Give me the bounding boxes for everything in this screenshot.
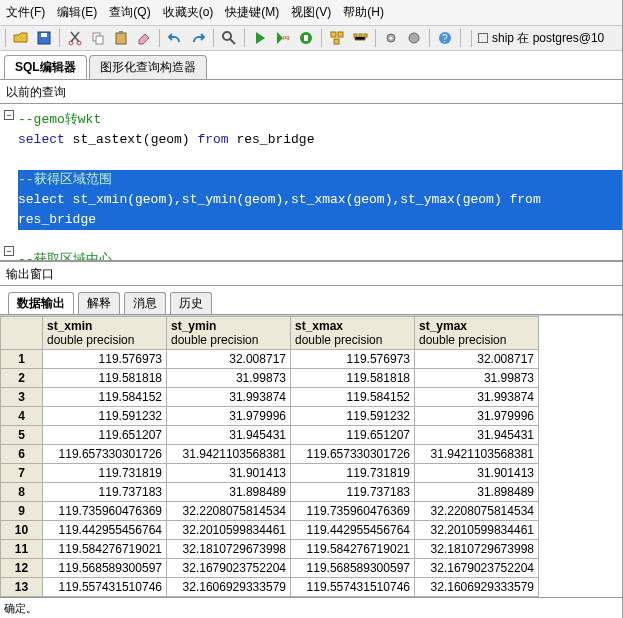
cell[interactable]: 31.901413 bbox=[415, 464, 539, 483]
cell[interactable]: 119.657330301726 bbox=[43, 445, 167, 464]
cell[interactable]: 119.584276719021 bbox=[43, 540, 167, 559]
cell[interactable]: 32.2010599834461 bbox=[415, 521, 539, 540]
cell[interactable]: 32.1810729673998 bbox=[415, 540, 539, 559]
table-row[interactable]: 10119.44295545676432.2010599834461119.44… bbox=[1, 521, 539, 540]
explain-analyze-button[interactable] bbox=[351, 29, 369, 47]
table-row[interactable]: 3119.58415231.993874119.58415231.993874 bbox=[1, 388, 539, 407]
row-number[interactable]: 3 bbox=[1, 388, 43, 407]
table-row[interactable]: 11119.58427671902132.1810729673998119.58… bbox=[1, 540, 539, 559]
row-number[interactable]: 12 bbox=[1, 559, 43, 578]
cell[interactable]: 32.1606929333579 bbox=[415, 578, 539, 597]
cell[interactable]: 119.584152 bbox=[43, 388, 167, 407]
sql-editor[interactable]: − --gemo转wkt select st_astext(geom) from… bbox=[0, 104, 622, 262]
cell[interactable]: 119.568589300597 bbox=[291, 559, 415, 578]
menu-help[interactable]: 帮助(H) bbox=[343, 4, 384, 21]
tab-messages[interactable]: 消息 bbox=[124, 292, 166, 314]
undo-button[interactable] bbox=[166, 29, 184, 47]
stop-run-button[interactable] bbox=[405, 29, 423, 47]
cell[interactable]: 119.657330301726 bbox=[291, 445, 415, 464]
row-number[interactable]: 13 bbox=[1, 578, 43, 597]
cell[interactable]: 32.008717 bbox=[167, 350, 291, 369]
cell[interactable]: 31.99873 bbox=[415, 369, 539, 388]
table-row[interactable]: 7119.73181931.901413119.73181931.901413 bbox=[1, 464, 539, 483]
table-row[interactable]: 2119.58181831.99873119.58181831.99873 bbox=[1, 369, 539, 388]
cell[interactable]: 31.993874 bbox=[415, 388, 539, 407]
fold-minus-icon[interactable]: − bbox=[4, 246, 14, 256]
cell[interactable]: 119.557431510746 bbox=[291, 578, 415, 597]
copy-button[interactable] bbox=[89, 29, 107, 47]
row-number[interactable]: 1 bbox=[1, 350, 43, 369]
tab-graphical-builder[interactable]: 图形化查询构造器 bbox=[89, 55, 207, 79]
cell[interactable]: 119.568589300597 bbox=[43, 559, 167, 578]
cell[interactable]: 119.591232 bbox=[43, 407, 167, 426]
tab-history[interactable]: 历史 bbox=[170, 292, 212, 314]
run-button[interactable] bbox=[251, 29, 269, 47]
cell[interactable]: 119.557431510746 bbox=[43, 578, 167, 597]
cell[interactable]: 32.1606929333579 bbox=[167, 578, 291, 597]
cell[interactable]: 119.731819 bbox=[291, 464, 415, 483]
cell[interactable]: 119.737183 bbox=[291, 483, 415, 502]
cell[interactable]: 31.979996 bbox=[167, 407, 291, 426]
table-row[interactable]: 8119.73718331.898489119.73718331.898489 bbox=[1, 483, 539, 502]
run-pgscript-button[interactable]: pg bbox=[274, 29, 292, 47]
cell[interactable]: 119.731819 bbox=[43, 464, 167, 483]
menu-view[interactable]: 视图(V) bbox=[291, 4, 331, 21]
cell[interactable]: 32.2208075814534 bbox=[415, 502, 539, 521]
cell[interactable]: 119.651207 bbox=[43, 426, 167, 445]
cell[interactable]: 31.945431 bbox=[167, 426, 291, 445]
menu-file[interactable]: 文件(F) bbox=[6, 4, 45, 21]
menu-query[interactable]: 查询(Q) bbox=[109, 4, 150, 21]
cell[interactable]: 31.945431 bbox=[415, 426, 539, 445]
cell[interactable]: 31.979996 bbox=[415, 407, 539, 426]
row-number[interactable]: 7 bbox=[1, 464, 43, 483]
table-row[interactable]: 9119.73596047636932.2208075814534119.735… bbox=[1, 502, 539, 521]
column-header[interactable]: st_xmaxdouble precision bbox=[291, 317, 415, 350]
cell[interactable]: 119.651207 bbox=[291, 426, 415, 445]
cell[interactable]: 119.584276719021 bbox=[291, 540, 415, 559]
help-button[interactable]: ? bbox=[436, 29, 454, 47]
cell[interactable]: 31.99873 bbox=[167, 369, 291, 388]
column-header[interactable]: st_ymaxdouble precision bbox=[415, 317, 539, 350]
menu-edit[interactable]: 编辑(E) bbox=[57, 4, 97, 21]
cell[interactable]: 119.737183 bbox=[43, 483, 167, 502]
row-number[interactable]: 2 bbox=[1, 369, 43, 388]
fold-minus-icon[interactable]: − bbox=[4, 110, 14, 120]
cell[interactable]: 119.591232 bbox=[291, 407, 415, 426]
table-row[interactable]: 4119.59123231.979996119.59123231.979996 bbox=[1, 407, 539, 426]
table-row[interactable]: 5119.65120731.945431119.65120731.945431 bbox=[1, 426, 539, 445]
cut-button[interactable] bbox=[66, 29, 84, 47]
stop-button[interactable] bbox=[297, 29, 315, 47]
cell[interactable]: 119.735960476369 bbox=[291, 502, 415, 521]
tab-data-output[interactable]: 数据输出 bbox=[8, 292, 74, 314]
row-number[interactable]: 8 bbox=[1, 483, 43, 502]
cell[interactable]: 119.442955456764 bbox=[291, 521, 415, 540]
cell[interactable]: 32.1679023752204 bbox=[415, 559, 539, 578]
cell[interactable]: 32.1810729673998 bbox=[167, 540, 291, 559]
cell[interactable]: 31.9421103568381 bbox=[167, 445, 291, 464]
table-row[interactable]: 13119.55743151074632.1606929333579119.55… bbox=[1, 578, 539, 597]
table-row[interactable]: 6119.65733030172631.9421103568381119.657… bbox=[1, 445, 539, 464]
cell[interactable]: 31.9421103568381 bbox=[415, 445, 539, 464]
open-button[interactable] bbox=[12, 29, 30, 47]
row-number[interactable]: 10 bbox=[1, 521, 43, 540]
cell[interactable]: 119.584152 bbox=[291, 388, 415, 407]
table-row[interactable]: 1119.57697332.008717119.57697332.008717 bbox=[1, 350, 539, 369]
tab-explain[interactable]: 解释 bbox=[78, 292, 120, 314]
redo-button[interactable] bbox=[189, 29, 207, 47]
menu-fav[interactable]: 收藏夹(o) bbox=[163, 4, 214, 21]
cell[interactable]: 119.581818 bbox=[291, 369, 415, 388]
cell[interactable]: 119.442955456764 bbox=[43, 521, 167, 540]
cell[interactable]: 32.008717 bbox=[415, 350, 539, 369]
find-button[interactable] bbox=[220, 29, 238, 47]
row-number[interactable]: 5 bbox=[1, 426, 43, 445]
paste-button[interactable] bbox=[112, 29, 130, 47]
cell[interactable]: 119.576973 bbox=[43, 350, 167, 369]
table-row[interactable]: 12119.56858930059732.1679023752204119.56… bbox=[1, 559, 539, 578]
cell[interactable]: 119.581818 bbox=[43, 369, 167, 388]
row-number[interactable]: 4 bbox=[1, 407, 43, 426]
explain-button[interactable] bbox=[328, 29, 346, 47]
save-button[interactable] bbox=[35, 29, 53, 47]
cog-button[interactable] bbox=[382, 29, 400, 47]
cell[interactable]: 119.576973 bbox=[291, 350, 415, 369]
menu-shortcut[interactable]: 快捷键(M) bbox=[225, 4, 279, 21]
